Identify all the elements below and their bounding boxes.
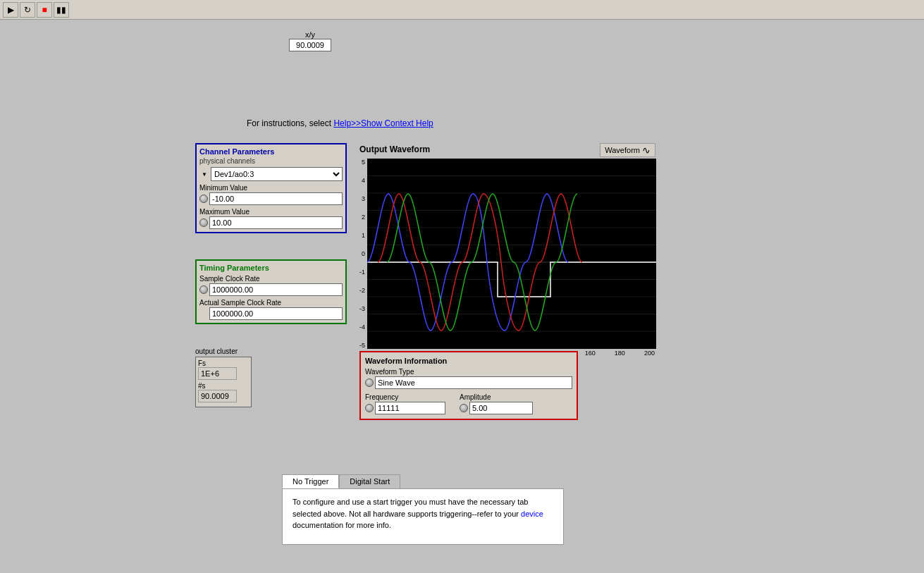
stop-button[interactable]: ■	[37, 2, 52, 18]
amplitude-input[interactable]	[469, 402, 533, 414]
frequency-knob	[365, 404, 374, 412]
x-tick-160: 160	[585, 350, 596, 357]
output-waveform-title: Output Waveform	[359, 144, 430, 154]
waveform-type-knob	[365, 378, 374, 387]
device-link[interactable]: device	[521, 510, 543, 518]
sample-clock-input[interactable]	[209, 283, 343, 296]
actual-clock-label: Actual Sample Clock Rate	[199, 299, 343, 307]
y-tick-n3: -3	[359, 305, 365, 312]
amplitude-section: Amplitude	[460, 390, 533, 414]
min-value-input[interactable]	[209, 192, 343, 205]
min-value-row	[199, 192, 343, 205]
channel-dropdown-row: ▼ Dev1/ao0:3	[199, 167, 343, 181]
y-tick-3: 3	[362, 195, 365, 202]
amplitude-row	[460, 402, 533, 414]
x-tick-200: 200	[644, 350, 655, 357]
output-cluster-section: output cluster Fs 1E+6 #s 90.0009	[195, 347, 252, 407]
chart-with-yaxis: 5 4 3 2 1 0 -1 -2 -3 -4 -5	[359, 159, 655, 366]
amplitude-label: Amplitude	[460, 393, 533, 401]
pause-button[interactable]: ▮▮	[54, 2, 69, 18]
chart-area: 0 20 40 60 80 100 120 140 160 180 200 Ti…	[367, 159, 656, 366]
tab-content-text: To configure and use a start trigger you…	[292, 498, 543, 529]
actual-clock-input	[209, 307, 343, 320]
waveform-svg	[367, 159, 656, 349]
cluster-box: Fs 1E+6 #s 90.0009	[195, 357, 252, 407]
channel-select[interactable]: Dev1/ao0:3	[211, 167, 343, 181]
freq-amp-row: Frequency Amplitude	[365, 390, 572, 414]
amplitude-knob	[460, 404, 468, 412]
timing-params-box: Timing Parameters Sample Clock Rate Actu…	[195, 259, 347, 324]
fs-label: Fs	[198, 359, 249, 367]
xy-value: 90.0009	[289, 39, 331, 51]
y-tick-n5: -5	[359, 342, 365, 349]
channel-dropdown-icon: ▼	[199, 169, 209, 179]
actual-clock-row	[199, 307, 343, 320]
max-value-input[interactable]	[209, 216, 343, 229]
toolbar: ▶ ↻ ■ ▮▮	[0, 0, 924, 20]
y-tick-n1: -1	[359, 269, 365, 276]
samples-value: 90.0009	[198, 390, 237, 402]
y-tick-5: 5	[362, 159, 365, 166]
channel-params-box: Channel Parameters physical channels ▼ D…	[195, 143, 347, 233]
frequency-section: Frequency	[365, 390, 445, 414]
y-tick-0: 0	[362, 250, 365, 257]
xy-label: x/y	[305, 30, 315, 39]
waveform-btn-label: Waveform	[605, 146, 640, 154]
fs-value: 1E+6	[198, 367, 237, 380]
y-tick-n2: -2	[359, 287, 365, 294]
output-waveform-section: Output Waveform Waveform ∿ 5 4 3 2 1 0 -…	[359, 143, 655, 366]
x-tick-180: 180	[615, 350, 625, 357]
frequency-row	[365, 402, 445, 414]
physical-channels-label: physical channels	[199, 157, 343, 165]
tab-no-trigger[interactable]: No Trigger	[282, 474, 339, 488]
sample-clock-knob	[199, 285, 208, 294]
help-prefix: For instructions, select	[247, 118, 333, 128]
min-value-label: Minimum Value	[199, 184, 343, 192]
frequency-input[interactable]	[375, 402, 445, 414]
waveform-chart	[367, 159, 656, 349]
sample-clock-label: Sample Clock Rate	[199, 275, 343, 283]
y-tick-n4: -4	[359, 324, 365, 331]
waveform-type-input[interactable]	[375, 376, 572, 389]
waveform-button[interactable]: Waveform ∿	[600, 143, 655, 157]
tab-digital-start[interactable]: Digital Start	[339, 474, 400, 488]
channel-params-title: Channel Parameters	[199, 147, 343, 156]
y-tick-4: 4	[362, 177, 365, 184]
min-knob-icon	[199, 195, 208, 203]
waveform-btn-icon: ∿	[642, 144, 651, 156]
tabs-header: No Trigger Digital Start	[282, 474, 564, 488]
trigger-area: No Trigger Digital Start To configure an…	[282, 474, 564, 545]
y-axis: 5 4 3 2 1 0 -1 -2 -3 -4 -5	[359, 159, 367, 349]
waveform-header: Output Waveform Waveform ∿	[359, 143, 655, 157]
main-content: x/y 90.0009 For instructions, select Hel…	[0, 20, 924, 573]
waveform-info-box: Waveform Information Waveform Type Frequ…	[359, 351, 578, 420]
y-tick-2: 2	[362, 214, 365, 221]
xy-display: x/y 90.0009	[289, 30, 331, 51]
help-link[interactable]: Help>>Show Context Help	[333, 118, 433, 128]
max-value-label: Maximum Value	[199, 208, 343, 216]
run-forward-button[interactable]: ▶	[3, 2, 18, 18]
sample-clock-row	[199, 283, 343, 296]
samples-label: #s	[198, 382, 249, 390]
y-tick-1: 1	[362, 232, 365, 239]
waveform-type-label: Waveform Type	[365, 368, 572, 376]
max-knob-icon	[199, 218, 208, 227]
max-value-row	[199, 216, 343, 229]
refresh-button[interactable]: ↻	[20, 2, 35, 18]
tab-content: To configure and use a start trigger you…	[282, 488, 564, 545]
waveform-type-row	[365, 376, 572, 389]
waveform-info-title: Waveform Information	[365, 357, 572, 365]
frequency-label: Frequency	[365, 393, 445, 401]
output-cluster-label: output cluster	[195, 347, 252, 355]
help-text: For instructions, select Help>>Show Cont…	[247, 118, 433, 128]
timing-params-title: Timing Parameters	[199, 264, 343, 272]
